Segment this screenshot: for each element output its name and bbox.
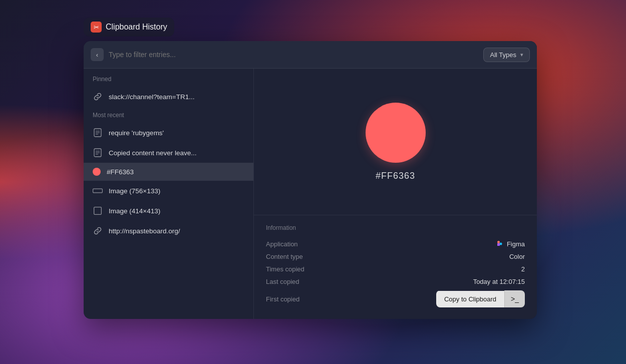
info-value-last-copied: Today at 12:07:15 <box>473 278 525 285</box>
link-icon <box>93 226 103 236</box>
link-icon <box>93 92 103 102</box>
app-title: Clipboard History <box>106 23 167 32</box>
color-preview-area: #FF6363 <box>254 69 537 215</box>
info-row-application: Application Figma <box>266 237 525 250</box>
item-rubygems: require 'rubygems' <box>109 129 164 137</box>
image-square-icon <box>93 206 103 216</box>
list-item[interactable]: Image (756×133) <box>84 181 253 201</box>
info-value-first-copied: Copy to Clipboard >_ <box>436 290 525 307</box>
title-bar: ✂ Clipboard History <box>84 18 174 37</box>
detail-panel: #FF6363 Information Application <box>254 69 537 319</box>
pinned-item-text: slack://channel?team=TR1... <box>109 93 194 101</box>
list-item[interactable]: Image (414×413) <box>84 201 253 221</box>
chevron-down-icon: ▾ <box>520 52 523 58</box>
color-hex-label: #FF6363 <box>376 171 415 181</box>
copy-button-arrow[interactable]: >_ <box>504 290 525 307</box>
color-circle <box>366 103 426 163</box>
svg-rect-9 <box>94 207 102 215</box>
info-section-header: Information <box>266 224 525 231</box>
copy-to-clipboard-button[interactable]: Copy to Clipboard >_ <box>436 290 525 307</box>
info-key-last-copied: Last copied <box>266 278 299 285</box>
text-doc-icon <box>93 128 103 138</box>
info-value-content-type: Color <box>509 253 525 260</box>
list-item[interactable]: Copied content never leave... <box>84 143 253 163</box>
pinned-section-label: Pinned <box>84 76 253 87</box>
list-item[interactable]: http://nspasteboard.org/ <box>84 221 253 241</box>
svg-rect-8 <box>93 189 103 193</box>
info-key-times-copied: Times copied <box>266 265 304 273</box>
back-button[interactable]: ‹ <box>91 48 104 61</box>
item-copied-content: Copied content never leave... <box>109 149 197 157</box>
info-value-application: Figma <box>496 240 525 248</box>
search-input[interactable] <box>109 51 478 59</box>
text-doc-icon <box>93 148 103 158</box>
svg-point-10 <box>499 243 502 245</box>
info-panel: Information Application Figma <box>254 215 537 319</box>
info-key-application: Application <box>266 240 298 248</box>
info-key-content-type: Content type <box>266 253 303 260</box>
recent-section-label: Most recent <box>84 112 253 123</box>
info-row-last-copied: Last copied Today at 12:07:15 <box>266 275 525 288</box>
color-swatch <box>93 168 101 176</box>
content-area: Pinned slack://channel?team=TR1... Most … <box>84 69 537 319</box>
item-color-hex: #FF6363 <box>107 168 134 176</box>
type-dropdown[interactable]: All Types ▾ <box>483 48 530 62</box>
info-value-times-copied: 2 <box>521 265 525 273</box>
figma-icon <box>496 240 504 248</box>
copy-button-main[interactable]: Copy to Clipboard <box>436 291 504 307</box>
list-item-color[interactable]: #FF6363 <box>84 163 253 181</box>
info-key-first-copied: First copied <box>266 295 299 303</box>
image-wide-icon <box>93 186 103 196</box>
main-window: ‹ All Types ▾ Pinned slack://channel?tea… <box>84 41 537 319</box>
info-row-first-copied: First copied Copy to Clipboard >_ <box>266 288 525 310</box>
item-image-756: Image (756×133) <box>109 187 160 195</box>
info-row-content-type: Content type Color <box>266 250 525 263</box>
svg-rect-13 <box>497 243 500 246</box>
item-image-414: Image (414×413) <box>109 207 160 215</box>
svg-rect-11 <box>497 241 500 243</box>
search-bar: ‹ All Types ▾ <box>84 41 537 69</box>
app-icon: ✂ <box>91 22 102 33</box>
info-row-times-copied: Times copied 2 <box>266 263 525 275</box>
list-item[interactable]: require 'rubygems' <box>84 123 253 143</box>
list-item[interactable]: slack://channel?team=TR1... <box>84 87 253 107</box>
sidebar: Pinned slack://channel?team=TR1... Most … <box>84 69 254 319</box>
dropdown-label: All Types <box>490 51 516 59</box>
item-url-nspasteboard: http://nspasteboard.org/ <box>109 227 180 235</box>
